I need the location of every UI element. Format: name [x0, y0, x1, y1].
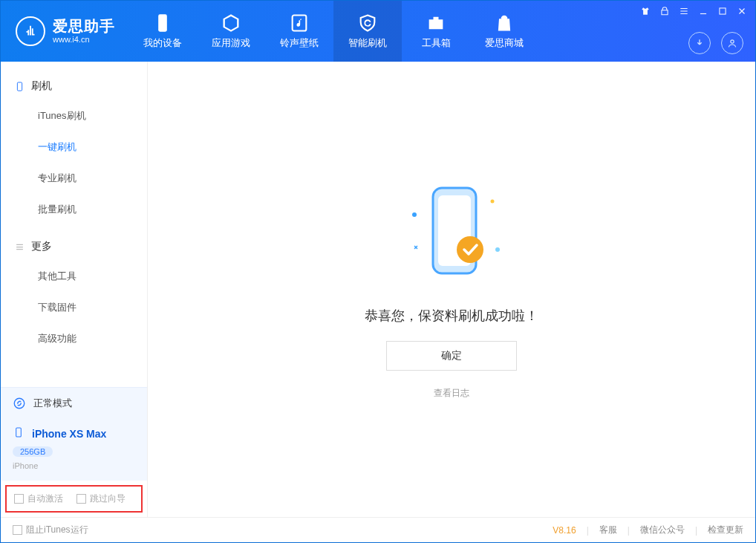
device-info[interactable]: iPhone XS Max 256GB iPhone: [1, 419, 147, 481]
toolbox-icon: [426, 13, 446, 33]
checkbox-skip-guide[interactable]: 跳过向导: [76, 492, 126, 505]
device-type: iPhone: [13, 461, 135, 470]
nav-label: 智能刷机: [348, 36, 387, 50]
shirt-icon[interactable]: [639, 5, 651, 17]
checkbox-auto-activate[interactable]: 自动激活: [14, 492, 63, 505]
support-link[interactable]: 客服: [599, 524, 617, 536]
maximize-icon[interactable]: [717, 5, 729, 17]
sidebar-item-other-tools[interactable]: 其他工具: [1, 261, 147, 292]
brand-url: www.i4.cn: [53, 35, 115, 45]
body: 刷机 iTunes刷机 一键刷机 专业刷机 批量刷机 更多 其他工具 下载固件 …: [1, 62, 755, 517]
nav-store[interactable]: 爱思商城: [470, 1, 538, 62]
sidebar-item-pro-flash[interactable]: 专业刷机: [1, 163, 147, 194]
svg-point-8: [491, 200, 495, 204]
sidebar-item-download-firmware[interactable]: 下载固件: [1, 292, 147, 323]
svg-rect-4: [17, 82, 22, 90]
svg-point-3: [731, 40, 734, 43]
menu-icon[interactable]: [678, 5, 690, 17]
svg-rect-2: [720, 8, 726, 14]
device-storage-badge: 256GB: [13, 446, 53, 457]
section-title: 刷机: [31, 79, 52, 93]
nav-label: 应用游戏: [212, 36, 250, 50]
sidebar-item-advanced[interactable]: 高级功能: [1, 323, 147, 354]
device-mode[interactable]: 正常模式: [1, 387, 147, 419]
window-controls: [639, 5, 748, 17]
nav-toolbox[interactable]: 工具箱: [402, 1, 470, 62]
svg-point-12: [457, 236, 483, 263]
mode-icon: [13, 397, 26, 410]
checkbox-label: 跳过向导: [90, 492, 126, 505]
svg-point-9: [495, 247, 500, 252]
ok-button[interactable]: 确定: [386, 341, 517, 371]
phone-outline-icon: [14, 81, 25, 92]
user-button[interactable]: [721, 32, 743, 54]
nav-apps[interactable]: 应用游戏: [197, 1, 265, 62]
checkbox-label: 阻止iTunes运行: [26, 524, 88, 536]
nav-smart-flash[interactable]: 智能刷机: [333, 1, 402, 62]
svg-rect-0: [158, 14, 167, 31]
music-note-icon: [289, 13, 310, 33]
sidebar-item-batch-flash[interactable]: 批量刷机: [1, 194, 147, 225]
list-icon: [14, 241, 25, 253]
sidebar-item-oneclick-flash[interactable]: 一键刷机: [1, 131, 147, 163]
phone-icon: [13, 426, 25, 440]
checkbox-icon: [76, 494, 86, 504]
section-title: 更多: [31, 240, 52, 253]
checkbox-block-itunes[interactable]: 阻止iTunes运行: [13, 524, 88, 536]
sidebar-checkbox-row: 自动激活 跳过向导: [5, 485, 143, 513]
device-name: iPhone XS Max: [32, 428, 106, 440]
checkbox-label: 自动激活: [27, 492, 63, 505]
version-label: V8.16: [553, 525, 576, 536]
brand-name: 爱思助手: [53, 18, 115, 35]
nav-label: 我的设备: [143, 36, 182, 50]
nav-my-device[interactable]: 我的设备: [128, 1, 197, 62]
titlebar: 爱思助手 www.i4.cn 我的设备 应用游戏 铃声壁纸 智能刷机: [1, 1, 755, 62]
success-title: 恭喜您，保资料刷机成功啦！: [365, 307, 538, 325]
device-mode-label: 正常模式: [33, 397, 72, 410]
checkbox-icon: [14, 494, 24, 504]
sidebar: 刷机 iTunes刷机 一键刷机 专业刷机 批量刷机 更多 其他工具 下载固件 …: [1, 62, 148, 517]
success-illustration: [392, 179, 511, 290]
svg-point-5: [14, 398, 25, 409]
close-icon[interactable]: [736, 5, 748, 17]
lock-icon[interactable]: [659, 5, 671, 17]
sidebar-section-more: 更多: [1, 233, 147, 261]
cube-icon: [221, 13, 241, 33]
main-content: 恭喜您，保资料刷机成功啦！ 确定 查看日志: [148, 62, 755, 517]
shopping-bag-icon: [494, 13, 515, 33]
nav-label: 工具箱: [422, 36, 451, 50]
statusbar: 阻止iTunes运行 V8.16 | 客服 | 微信公众号 | 检查更新: [1, 517, 755, 542]
refresh-shield-icon: [357, 13, 378, 33]
nav-label: 爱思商城: [485, 36, 524, 50]
nav-ringtones[interactable]: 铃声壁纸: [265, 1, 333, 62]
titlebar-right-actions: [688, 32, 743, 54]
svg-point-7: [412, 212, 417, 217]
sidebar-item-itunes-flash[interactable]: iTunes刷机: [1, 100, 147, 131]
topnav: 我的设备 应用游戏 铃声壁纸 智能刷机 工具箱 爱思商城: [128, 1, 538, 62]
brand: 爱思助手 www.i4.cn: [1, 1, 128, 62]
nav-label: 铃声壁纸: [280, 36, 319, 50]
wechat-link[interactable]: 微信公众号: [640, 524, 685, 536]
device-icon: [152, 13, 173, 33]
check-update-link[interactable]: 检查更新: [708, 524, 743, 536]
view-log-link[interactable]: 查看日志: [434, 387, 469, 400]
checkbox-icon: [13, 525, 22, 535]
sidebar-section-flash: 刷机: [1, 72, 147, 100]
app-window: 爱思助手 www.i4.cn 我的设备 应用游戏 铃声壁纸 智能刷机: [0, 0, 756, 543]
minimize-icon[interactable]: [697, 5, 709, 17]
download-button[interactable]: [688, 32, 711, 54]
brand-logo-icon: [16, 16, 45, 46]
svg-rect-6: [16, 428, 22, 437]
